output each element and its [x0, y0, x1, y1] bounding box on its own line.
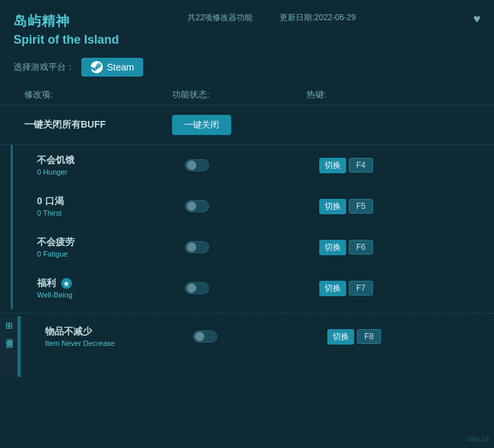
section-divider — [0, 313, 494, 314]
hotkey-key-item-never: F8 — [357, 329, 381, 344]
mod-name-en-item-never: Item Never Decrease — [45, 339, 193, 347]
mod-name-thirst: 0 口渴 0 Thirst — [26, 195, 185, 217]
update-date: 更新日期:2022-06-29 — [280, 12, 356, 24]
mod-name-en-fatigue: 0 Fatigue — [37, 250, 185, 258]
mod-row-thirst: 0 口渴 0 Thirst 切换 F5 — [13, 186, 494, 227]
watermark: biku.lol — [468, 435, 489, 443]
hotkey-key-thirst: F5 — [349, 199, 373, 214]
heart-icon: ♥ — [473, 12, 481, 26]
column-headers: 修改项: 功能状态: 热键: — [0, 85, 494, 105]
mod-hotkey-thirst: 切换 F5 — [319, 199, 373, 214]
hotkey-switch-thirst[interactable]: 切换 — [319, 199, 346, 214]
mod-hotkey-wellbeing: 切换 F7 — [319, 281, 373, 296]
steam-button[interactable]: Steam — [81, 58, 143, 77]
resources-section-wrapper: ⊞ 资源 物品不减少 Item Never Decrease 切换 F8 — [0, 316, 494, 377]
mod-status-hunger — [185, 159, 319, 171]
mod-status-item-never — [193, 330, 327, 343]
mod-name-en-thirst: 0 Thirst — [37, 209, 185, 217]
col-header-hotkey: 热键: — [306, 89, 407, 101]
mod-name-zh-thirst: 0 口渴 — [37, 195, 185, 208]
steam-logo-icon — [91, 61, 103, 73]
mod-status-fatigue — [185, 241, 319, 253]
resources-tab-icon: ⊞ — [5, 320, 13, 330]
watermark-text: biku.lol — [468, 435, 489, 443]
toggle-wellbeing[interactable] — [185, 282, 209, 294]
mod-name-en-hunger: 0 Hunger — [37, 168, 185, 176]
steam-label: Steam — [107, 62, 134, 73]
header-left: 岛屿精神 — [13, 12, 70, 30]
hotkey-switch-hunger[interactable]: 切换 — [319, 158, 346, 173]
resources-tab[interactable]: ⊞ 资源 — [0, 316, 19, 377]
mod-hotkey-fatigue: 切换 F6 — [319, 240, 373, 255]
onekey-label: 一键关闭所有BUFF — [24, 119, 172, 131]
toggle-knob-item-never — [195, 332, 204, 341]
mod-row-wellbeing: 福利 ★ Well-Being 切换 F7 — [13, 268, 494, 309]
header-meta: 共22项修改器功能 更新日期:2022-06-29 — [188, 12, 356, 24]
mod-status-thirst — [185, 200, 319, 212]
mod-row-hunger: 不会饥饿 0 Hunger 切换 F4 — [13, 145, 494, 186]
toggle-knob-thirst — [187, 201, 196, 211]
mods-section-wrapper: 不会饥饿 0 Hunger 切换 F4 0 口渴 0 Thirst — [0, 145, 494, 309]
main-container: 岛屿精神 共22项修改器功能 更新日期:2022-06-29 ♥ Spirit … — [0, 0, 494, 448]
mod-name-zh-hunger: 不会饥饿 — [37, 154, 185, 167]
mod-hotkey-item-never: 切换 F8 — [327, 329, 381, 345]
toggle-item-never[interactable] — [193, 330, 217, 343]
hotkey-key-hunger: F4 — [349, 158, 373, 173]
mods-section: 不会饥饿 0 Hunger 切换 F4 0 口渴 0 Thirst — [11, 145, 494, 309]
onekey-button[interactable]: 一键关闭 — [172, 115, 231, 135]
platform-row: 选择游戏平台： Steam — [0, 54, 494, 85]
left-spacer — [0, 145, 11, 309]
title-zh: 岛屿精神 — [13, 13, 70, 28]
mod-name-zh-fatigue: 不会疲劳 — [37, 236, 185, 249]
header-right: ♥ — [473, 12, 481, 26]
toggle-thirst[interactable] — [185, 200, 209, 212]
hotkey-key-wellbeing: F7 — [349, 281, 373, 296]
mod-row-item-never-decrease: 物品不减少 Item Never Decrease 切换 F8 — [21, 316, 494, 357]
mod-name-hunger: 不会饥饿 0 Hunger — [26, 154, 185, 176]
onekey-row: 一键关闭所有BUFF 一键关闭 — [0, 105, 494, 145]
title-zh-container: 岛屿精神 — [13, 12, 70, 30]
hotkey-switch-item-never[interactable]: 切换 — [327, 329, 354, 345]
toggle-fatigue[interactable] — [185, 241, 209, 253]
mod-name-fatigue: 不会疲劳 0 Fatigue — [26, 236, 185, 258]
star-badge-wellbeing: ★ — [61, 278, 72, 289]
resources-content: 物品不减少 Item Never Decrease 切换 F8 — [19, 316, 494, 377]
resources-tab-label: 资源 — [3, 332, 15, 336]
header: 岛屿精神 共22项修改器功能 更新日期:2022-06-29 ♥ — [0, 0, 494, 30]
mod-name-zh-item-never: 物品不减少 — [45, 326, 193, 338]
mod-row-fatigue: 不会疲劳 0 Fatigue 切换 F6 — [13, 227, 494, 268]
total-features: 共22项修改器功能 — [188, 12, 253, 24]
col-header-status: 功能状态: — [172, 89, 306, 101]
mod-name-item-never-decrease: 物品不减少 Item Never Decrease — [34, 326, 193, 347]
hotkey-switch-wellbeing[interactable]: 切换 — [319, 281, 346, 296]
col-header-mod: 修改项: — [24, 89, 172, 101]
mod-name-en-wellbeing: Well-Being — [37, 291, 185, 299]
toggle-knob-fatigue — [187, 242, 196, 252]
onekey-status-col: 一键关闭 — [172, 115, 306, 135]
hotkey-switch-fatigue[interactable]: 切换 — [319, 240, 346, 255]
toggle-knob-hunger — [187, 161, 196, 170]
toggle-hunger[interactable] — [185, 159, 209, 171]
mod-name-wellbeing: 福利 ★ Well-Being — [26, 277, 185, 299]
title-en: Spirit of the Island — [0, 30, 494, 54]
platform-label: 选择游戏平台： — [13, 61, 75, 73]
hotkey-key-fatigue: F6 — [349, 240, 373, 255]
mod-hotkey-hunger: 切换 F4 — [319, 158, 373, 173]
toggle-knob-wellbeing — [187, 283, 196, 293]
mod-name-zh-wellbeing: 福利 ★ — [37, 277, 185, 289]
mod-status-wellbeing — [185, 282, 319, 294]
